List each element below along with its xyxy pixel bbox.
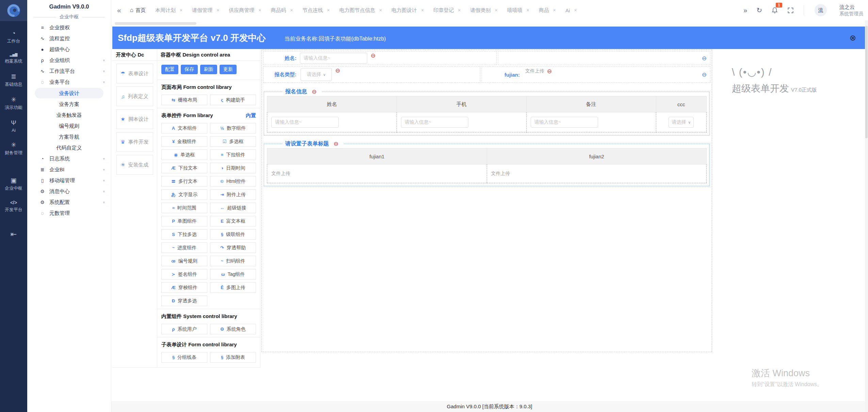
toolbar-button-0[interactable]: 配置: [161, 65, 178, 74]
tab-close-icon[interactable]: ×: [458, 7, 461, 13]
cell-select[interactable]: 请选择 ∨: [669, 117, 694, 128]
user-info[interactable]: 流之云 系统管理员: [839, 4, 863, 17]
sidebar-subitem-numbering-rule[interactable]: 编号规则: [35, 121, 103, 131]
sidebar-item-log-system[interactable]: ◔日志系统▾: [27, 153, 111, 164]
table-cell[interactable]: 请输入信息~: [397, 112, 526, 132]
remove-column-icon[interactable]: ⊖: [702, 56, 707, 61]
system-system-role[interactable]: Θ系统角色: [210, 324, 256, 334]
sidebar-item-mobile-management[interactable]: ▯移动端管理▾: [27, 175, 111, 186]
dc-item-event-dev[interactable]: ♛事件开发: [116, 132, 153, 152]
tab-close-icon[interactable]: ×: [553, 7, 556, 13]
component-money[interactable]: ¥金额组件: [161, 136, 207, 147]
tab[interactable]: 本周计划×: [155, 7, 182, 14]
sidebar-subitem-code-custom[interactable]: 代码自定义: [35, 142, 103, 153]
fullscreen-icon[interactable]: [787, 7, 794, 14]
component-tag[interactable]: ωTag组件: [210, 269, 256, 280]
subform-add-subtable[interactable]: §添加附表: [210, 352, 256, 363]
type-field-cell[interactable]: 报名类型: 请选择 ∨ ⊖: [263, 66, 480, 83]
cell-input[interactable]: 请输入信息~: [401, 117, 468, 128]
name-field-cell[interactable]: 姓名: 请输入信息~ ⊖: [263, 51, 497, 65]
tab-close-icon[interactable]: ×: [290, 7, 293, 13]
component-single-image[interactable]: P单图组件: [161, 216, 207, 226]
component-richtext[interactable]: E富文本框: [210, 216, 256, 226]
dc-item-install-generate[interactable]: ✳安装生成: [116, 155, 153, 175]
tab-close-icon[interactable]: ×: [216, 7, 219, 13]
table-cell[interactable]: 请选择 ∨: [656, 112, 706, 132]
sidebar-item-workflow-platform[interactable]: ∿工作流平台▾: [27, 66, 111, 77]
remove-section-icon[interactable]: ⊖: [312, 89, 317, 95]
rail-item-archive-system[interactable]: ▂▅▇档案系统: [5, 53, 22, 64]
sidebar-item-enterprise-bi[interactable]: ≣企业BI▾: [27, 164, 111, 175]
sidebar-item-super-center[interactable]: ●超级中心: [27, 44, 111, 55]
rail-item-ai[interactable]: ΨAi: [5, 120, 22, 133]
tabs-scroll-right-icon[interactable]: »: [743, 7, 747, 14]
sidebar-item-business-platform[interactable]: ◌业务平台▾: [27, 77, 111, 88]
component-textarea[interactable]: 〓多行文本: [161, 176, 207, 187]
rail-item-enterprise-hub[interactable]: ▣企业中枢: [5, 177, 22, 191]
dc-item-list-define[interactable]: ♫列表定义: [116, 86, 153, 106]
component-select-text[interactable]: Æ下拉文本: [161, 163, 207, 173]
component-text[interactable]: A文本组件: [161, 123, 207, 133]
name-input[interactable]: 请输入信息~: [300, 53, 367, 64]
component-numbering-rule[interactable]: œ编号规则: [161, 256, 207, 266]
dc-item-script-design[interactable]: ★脚本设计: [116, 109, 153, 129]
file-upload-cell[interactable]: 文件上传: [267, 164, 487, 183]
component-drill-help[interactable]: ↷穿透帮助: [210, 242, 256, 253]
type-select[interactable]: 请选择 ∨: [301, 68, 332, 81]
tab[interactable]: 请假管理×: [192, 7, 219, 14]
table-cell[interactable]: 请输入信息~: [267, 112, 397, 132]
rail-item-workbench[interactable]: ◔工作台: [5, 30, 22, 44]
avatar[interactable]: 流: [815, 4, 827, 16]
component-drill-multiselect[interactable]: Ð穿透多选: [161, 296, 207, 306]
component-transfer[interactable]: Æ穿梭组件: [161, 282, 207, 293]
component-attachment-upload[interactable]: ⇥附件上传: [210, 189, 256, 200]
tab[interactable]: Ai×: [565, 7, 577, 13]
file-upload-control[interactable]: 文件上传 ⊖: [525, 68, 552, 74]
component-radio[interactable]: ◉单选框: [161, 149, 207, 160]
tab[interactable]: 电力图节点信息×: [339, 7, 382, 14]
notification-bell-icon[interactable]: 1: [771, 6, 778, 14]
sidebar-item-process-monitor[interactable]: ∿流程监控: [27, 33, 111, 44]
table-cell[interactable]: 请输入信息~: [526, 112, 656, 132]
file-upload-text[interactable]: 文件上传: [525, 68, 544, 74]
sidebar-item-enterprise-org[interactable]: ρ企业组织▾: [27, 55, 111, 66]
toolbar-button-3[interactable]: 更新: [220, 65, 237, 74]
tab[interactable]: 节点连线×: [303, 7, 330, 14]
builtin-badge[interactable]: 内置: [246, 112, 256, 119]
tab-close-icon[interactable]: ×: [327, 7, 330, 13]
tab-close-icon[interactable]: ×: [421, 7, 424, 13]
empty-cell[interactable]: ⊖: [498, 51, 710, 65]
tab[interactable]: 嘻嘻嘻×: [507, 7, 529, 14]
sidebar-item-message-center[interactable]: ⚙消息中心▾: [27, 186, 111, 197]
remove-section-icon[interactable]: ⊖: [334, 141, 338, 147]
app-logo[interactable]: [0, 0, 27, 21]
component-checkbox[interactable]: ☑多选框: [210, 136, 256, 147]
component-datetime[interactable]: ◑日期时间: [210, 163, 256, 173]
component-multi-image-upload[interactable]: Ê多图上传: [210, 282, 256, 293]
component-cascade[interactable]: §级联组件: [210, 229, 256, 240]
tab-close-icon[interactable]: ×: [180, 7, 182, 13]
remove-field-icon[interactable]: ⊖: [371, 53, 375, 59]
sidebar-item-enterprise-auth[interactable]: ≡企业授权: [27, 22, 111, 33]
dc-item-form-design[interactable]: ☂表单设计: [116, 64, 153, 83]
toolbar-button-1[interactable]: 保存: [181, 65, 198, 74]
tabbar-hscrollbar[interactable]: [115, 22, 196, 25]
file-upload-cell[interactable]: 文件上传: [487, 164, 707, 183]
tab-close-icon[interactable]: ×: [258, 7, 261, 13]
component-hyperlink[interactable]: ↔超级链接: [210, 203, 256, 213]
tab[interactable]: 电力图设计×: [391, 7, 424, 14]
refresh-icon[interactable]: ↻: [756, 7, 762, 14]
tab[interactable]: 印章登记×: [433, 7, 461, 14]
component-select[interactable]: ≡下拉组件: [210, 149, 256, 160]
tab-close-icon[interactable]: ×: [495, 7, 497, 13]
component-number[interactable]: ½数字组件: [210, 123, 256, 133]
component-html[interactable]: ©Html控件: [210, 176, 256, 187]
tab[interactable]: 商品码×: [271, 7, 293, 14]
sidebar-subitem-business-design[interactable]: 业务设计: [35, 88, 103, 98]
tab[interactable]: 商品×: [539, 7, 556, 14]
tab[interactable]: 请假类别×: [470, 7, 497, 14]
sidebar-subitem-plan-navigation[interactable]: 方案导航: [35, 131, 103, 142]
menu-collapse-icon[interactable]: ⇤: [11, 230, 17, 239]
tabs-scroll-left-icon[interactable]: «: [117, 6, 121, 14]
sidebar-subitem-business-trigger[interactable]: 业务触发器: [35, 110, 103, 120]
